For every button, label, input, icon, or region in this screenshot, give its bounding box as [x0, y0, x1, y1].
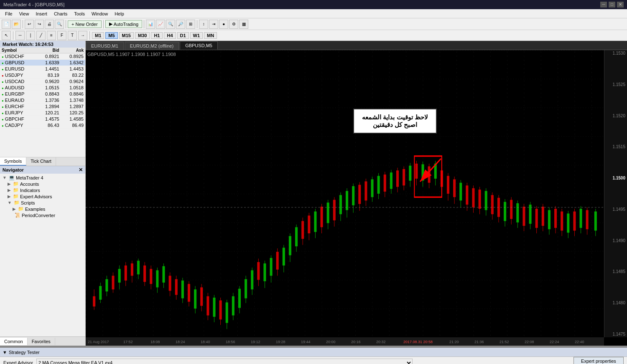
- period-mn[interactable]: MN: [204, 32, 217, 39]
- auto-trading-button[interactable]: ▶ AutoTrading: [105, 20, 143, 28]
- cursor-tool[interactable]: ↖: [2, 31, 11, 40]
- folder-icon-ea: 📁: [13, 194, 19, 199]
- mw-bid-audusd: 1.0515: [36, 85, 61, 91]
- menu-charts[interactable]: Charts: [51, 10, 71, 17]
- market-watch-row-audusd[interactable]: ●AUDUSD 1.0515 1.0518: [0, 85, 85, 91]
- tree-expert-advisors[interactable]: ▶ 📁 Expert Advisors: [1, 193, 84, 200]
- menu-insert[interactable]: Insert: [32, 10, 51, 17]
- st-ea-select[interactable]: 2 MA Crosses Mega filter EA V1.ex4: [36, 359, 413, 364]
- period-m30[interactable]: M30: [135, 32, 150, 39]
- svg-text:20:16: 20:16: [351, 340, 361, 344]
- menu-tools[interactable]: Tools: [71, 10, 88, 17]
- chart-tab-eurusd-m2[interactable]: EURUSD,M2 (offline): [125, 42, 179, 50]
- st-ea-label: Expert Advisor: [3, 360, 33, 364]
- tree-metatrader4[interactable]: ▼ 💻 MetaTrader 4: [1, 174, 84, 181]
- navigator-close-button[interactable]: ✕: [79, 167, 83, 173]
- chart-btn1[interactable]: 📊: [146, 20, 155, 29]
- market-watch-row-gbpusd[interactable]: ●GBPUSD 1.6339 1.6342: [0, 60, 85, 66]
- market-watch-tabs: Symbols Tick Chart: [0, 157, 85, 166]
- mw-symbol-eurusd: ●EURUSD: [0, 66, 36, 72]
- svg-rect-139: [522, 207, 525, 226]
- undo-button[interactable]: ↩: [25, 20, 34, 29]
- tab-symbols[interactable]: Symbols: [0, 157, 26, 166]
- zoom-out-button[interactable]: 🔎: [176, 20, 185, 29]
- svg-rect-89: [364, 182, 367, 201]
- svg-rect-129: [491, 195, 494, 214]
- open-button[interactable]: 📂: [12, 20, 21, 29]
- market-watch-row-gbpchf[interactable]: ●GBPCHF 1.4575 1.4585: [0, 116, 85, 122]
- svg-rect-91: [371, 179, 374, 197]
- market-watch-row-usdjpy[interactable]: ●USDJPY 83.19 83.22: [0, 72, 85, 78]
- y-label-4: 1.1515: [604, 144, 627, 149]
- svg-rect-55: [257, 262, 260, 280]
- chart-tab-gbpusd-m5[interactable]: GBPUSD,M5: [180, 41, 218, 50]
- tool-btn2[interactable]: ⇥: [209, 20, 218, 29]
- market-watch-row-eurchf[interactable]: ●EURCHF 1.2894 1.2897: [0, 104, 85, 110]
- market-watch-row-usdchf[interactable]: ●USDCHF 0.8921 0.8925: [0, 53, 85, 60]
- print-button[interactable]: 🖨: [45, 20, 54, 29]
- new-order-button[interactable]: + New Order: [68, 20, 102, 28]
- tree-scripts[interactable]: ▼ 📁 Scripts: [1, 200, 84, 206]
- y-label-1: 1.1530: [604, 51, 627, 56]
- close-button[interactable]: ✕: [617, 2, 624, 8]
- expert-properties-button[interactable]: Expert properties: [573, 357, 624, 364]
- fib-tool[interactable]: F: [57, 31, 66, 40]
- market-watch-row-cadjpy[interactable]: ●CADJPY 86.43 86.49: [0, 122, 85, 129]
- channel-tool[interactable]: ≡: [47, 31, 56, 40]
- zoom-in-button[interactable]: 🔍: [166, 20, 175, 29]
- minimize-button[interactable]: ─: [600, 2, 607, 8]
- menu-window[interactable]: Window: [88, 10, 111, 17]
- svg-rect-39: [206, 296, 209, 316]
- hline-tool[interactable]: ─: [15, 31, 25, 40]
- vline-tool[interactable]: |: [26, 31, 35, 40]
- tree-indicators[interactable]: ▶ 📁 Indicators: [1, 187, 84, 193]
- tool-btn1[interactable]: ↕: [199, 20, 208, 29]
- maximize-button[interactable]: □: [609, 2, 615, 8]
- text-tool[interactable]: T: [68, 31, 77, 40]
- period-h4[interactable]: H4: [164, 32, 176, 39]
- chart-btn3[interactable]: ⊞: [186, 20, 195, 29]
- redo-button[interactable]: ↪: [35, 20, 44, 29]
- period-d1[interactable]: D1: [177, 32, 189, 39]
- autotrading-icon: ▶: [109, 21, 112, 27]
- market-watch-row-eurjpy[interactable]: ●EURJPY 120.21 120.25: [0, 110, 85, 116]
- arrow-tool[interactable]: →: [78, 31, 87, 40]
- period-m5[interactable]: M5: [105, 32, 117, 39]
- market-watch-row-usdcad[interactable]: ●USDCAD 0.9620 0.9624: [0, 78, 85, 85]
- period-h1[interactable]: H1: [151, 32, 163, 39]
- window-controls[interactable]: ─ □ ✕: [600, 2, 624, 8]
- market-watch-row-euraud[interactable]: ●EURAUD 1.3736 1.3748: [0, 97, 85, 104]
- new-button[interactable]: 📄: [2, 20, 11, 29]
- svg-rect-19: [143, 265, 146, 282]
- svg-rect-153: [567, 214, 569, 233]
- printpreview-button[interactable]: 🔍: [55, 20, 64, 29]
- menu-view[interactable]: View: [16, 10, 33, 17]
- period-m15[interactable]: M15: [119, 32, 134, 39]
- mw-ask-usdcad: 0.9624: [61, 78, 85, 85]
- chart-annotation-bubble: لاحظ توقيت بداية الشمعه اصبح كل دقيقتين: [353, 109, 437, 134]
- trendline-tool[interactable]: ╱: [36, 31, 46, 40]
- tab-favorites[interactable]: Favorites: [28, 338, 55, 345]
- market-watch-row-eurgbp[interactable]: ●EURGBP 0.8843 0.8846: [0, 91, 85, 97]
- tree-examples[interactable]: ▶ 📁 Examples: [1, 206, 84, 212]
- tree-period-converter[interactable]: 📜 PeriodConverter: [1, 212, 84, 218]
- period-m1[interactable]: M1: [92, 32, 104, 39]
- chart-btn2[interactable]: 📈: [156, 20, 165, 29]
- market-watch-row-eurusd[interactable]: ●EURUSD 1.4451 1.4453: [0, 66, 85, 72]
- menu-help[interactable]: Help: [111, 10, 127, 17]
- toolbar2: ↖ ─ | ╱ ≡ F T → M1 M5 M15 M30 H1 H4 D1 W…: [0, 30, 627, 41]
- tree-accounts[interactable]: ▶ 📁 Accounts: [1, 181, 84, 187]
- tree-label-accounts: Accounts: [20, 182, 39, 187]
- menu-file[interactable]: File: [2, 10, 16, 17]
- tool-btn5[interactable]: ▦: [239, 20, 248, 29]
- autotrading-label: AutoTrading: [114, 22, 139, 27]
- svg-text:21:20: 21:20: [449, 340, 459, 344]
- chart-tab-eurusd-m1[interactable]: EURUSD,M1: [86, 42, 124, 50]
- period-w1[interactable]: W1: [190, 32, 203, 39]
- svg-rect-35: [194, 289, 196, 308]
- tab-tick-chart[interactable]: Tick Chart: [26, 157, 56, 166]
- tab-common[interactable]: Common: [0, 338, 28, 345]
- tool-btn3[interactable]: ●: [219, 20, 228, 29]
- tool-btn4[interactable]: ⚙: [229, 20, 238, 29]
- mw-bid-usdchf: 0.8921: [36, 53, 61, 60]
